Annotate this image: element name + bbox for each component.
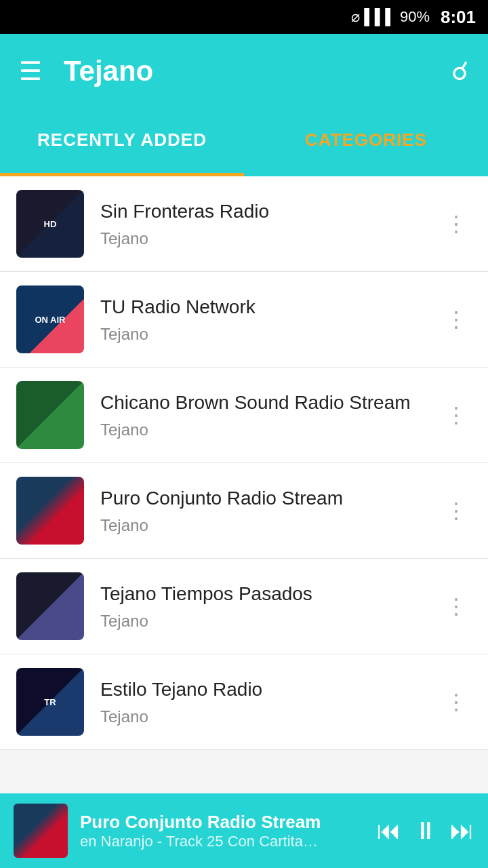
radio-list-item[interactable]: Tejano Tiempos PasadosTejano⋮ — [0, 559, 488, 654]
station-name: Tejano Tiempos Pasados — [100, 582, 440, 606]
station-info: Estilo Tejano RadioTejano — [100, 677, 440, 726]
station-thumbnail: HD — [16, 190, 84, 258]
station-thumbnail — [16, 572, 84, 640]
now-playing-title: Puro Conjunto Radio Stream — [80, 812, 324, 833]
tab-categories[interactable]: CATEGORIES — [244, 108, 488, 176]
status-icons: ⌀ ▌▌▌ 90% — [351, 8, 430, 26]
tab-recently-added-label: RECENTLY ADDED — [37, 130, 207, 151]
radio-list: HDSin Fronteras RadioTejano⋮ON AIRTU Rad… — [0, 176, 488, 750]
wifi-icon: ⌀ — [351, 8, 360, 26]
more-options-button[interactable]: ⋮ — [440, 301, 472, 338]
station-category: Tejano — [100, 325, 440, 344]
station-category: Tejano — [100, 707, 440, 726]
tabs-bar: RECENTLY ADDED CATEGORIES — [0, 108, 488, 176]
station-info: Chicano Brown Sound Radio StreamTejano — [100, 391, 440, 439]
page-title: Tejano — [64, 55, 451, 87]
station-thumbnail: ON AIR — [16, 285, 84, 353]
rewind-button[interactable]: ⏮ — [377, 816, 401, 845]
tab-recently-added[interactable]: RECENTLY ADDED — [0, 108, 244, 176]
search-icon[interactable]: ☌ — [451, 56, 469, 86]
more-options-button[interactable]: ⋮ — [440, 588, 472, 625]
pause-button[interactable]: ⏸ — [413, 816, 438, 845]
fast-forward-button[interactable]: ⏭ — [450, 816, 474, 845]
radio-list-item[interactable]: ON AIRTU Radio NetworkTejano⋮ — [0, 272, 488, 368]
playback-controls: ⏮ ⏸ ⏭ — [377, 816, 474, 845]
station-thumbnail — [16, 477, 84, 545]
now-playing-subtitle: en Naranjo - Track 25 Con Cartitas [FC — [80, 833, 324, 850]
station-thumbnail — [16, 381, 84, 449]
content-area: HDSin Fronteras RadioTejano⋮ON AIRTU Rad… — [0, 176, 488, 825]
station-name: Estilo Tejano Radio — [100, 677, 440, 702]
station-category: Tejano — [100, 420, 440, 439]
station-info: Sin Fronteras RadioTejano — [100, 199, 440, 248]
menu-icon[interactable]: ☰ — [19, 56, 42, 86]
more-options-button[interactable]: ⋮ — [440, 492, 472, 529]
radio-list-item[interactable]: TREstilo Tejano RadioTejano⋮ — [0, 654, 488, 750]
status-bar: ⌀ ▌▌▌ 90% 8:01 — [0, 0, 488, 34]
station-category: Tejano — [100, 612, 440, 631]
battery-text: 90% — [400, 8, 430, 26]
radio-list-item[interactable]: HDSin Fronteras RadioTejano⋮ — [0, 176, 488, 272]
now-playing-thumbnail — [14, 804, 68, 858]
radio-list-item[interactable]: Puro Conjunto Radio StreamTejano⋮ — [0, 463, 488, 559]
more-options-button[interactable]: ⋮ — [440, 684, 472, 720]
station-name: Sin Fronteras Radio — [100, 199, 440, 224]
signal-icon: ▌▌▌ — [364, 8, 396, 26]
more-options-button[interactable]: ⋮ — [440, 397, 472, 433]
status-time: 8:01 — [441, 7, 476, 28]
station-name: Chicano Brown Sound Radio Stream — [100, 391, 440, 415]
now-playing-info: Puro Conjunto Radio Stream en Naranjo - … — [80, 812, 377, 850]
station-thumbnail: TR — [16, 668, 84, 736]
tab-active-underline — [0, 173, 244, 176]
station-category: Tejano — [100, 516, 440, 535]
station-name: Puro Conjunto Radio Stream — [100, 486, 440, 511]
station-category: Tejano — [100, 229, 440, 248]
now-playing-bar: Puro Conjunto Radio Stream en Naranjo - … — [0, 793, 488, 868]
station-info: Puro Conjunto Radio StreamTejano — [100, 486, 440, 535]
station-info: Tejano Tiempos PasadosTejano — [100, 582, 440, 631]
app-header: ☰ Tejano ☌ — [0, 34, 488, 108]
station-name: TU Radio Network — [100, 295, 440, 319]
radio-list-item[interactable]: Chicano Brown Sound Radio StreamTejano⋮ — [0, 368, 488, 463]
tab-categories-label: CATEGORIES — [305, 130, 427, 151]
more-options-button[interactable]: ⋮ — [440, 205, 472, 242]
station-info: TU Radio NetworkTejano — [100, 295, 440, 344]
